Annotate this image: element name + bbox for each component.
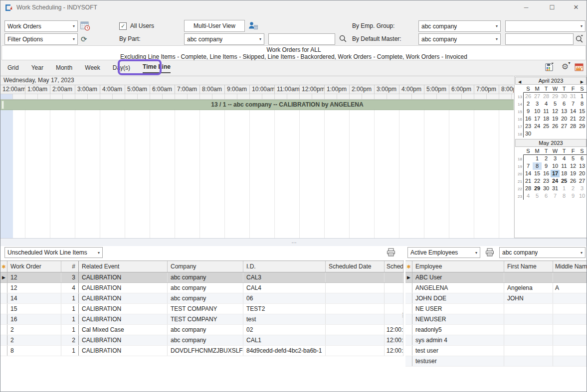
table-row[interactable]: 161CALIBRATIONTEST COMPANYtest	[0, 314, 404, 325]
calendar-day[interactable]: 13	[560, 108, 569, 115]
calendar-day[interactable]: 29	[533, 185, 542, 192]
calendar-day[interactable]: 30	[542, 185, 551, 192]
calendar-day[interactable]: 20	[560, 115, 569, 123]
calendar-day[interactable]: 28	[542, 93, 551, 100]
tab-year[interactable]: Year	[31, 64, 43, 72]
table-row[interactable]: 22CALIBRATIONabc companyCAL112:00:00	[0, 335, 404, 346]
column-header[interactable]: #	[61, 261, 79, 272]
column-header[interactable]: I.D.	[243, 261, 326, 272]
calendar-day[interactable]: 18	[542, 115, 551, 123]
calendar-day[interactable]: 30	[560, 93, 569, 100]
table-row[interactable]: 81CALIBRATIONDOVDLFHCNMZJBUXSLFCGNI84d9c…	[0, 346, 404, 356]
calendar-day[interactable]: 8	[533, 162, 542, 170]
emp-group-select[interactable]: abc company ▾	[418, 20, 501, 32]
table-row[interactable]: ▶ABC User	[405, 272, 587, 283]
calendar-day[interactable]: 27	[533, 93, 542, 100]
tab-time-line[interactable]: Time Line	[143, 63, 171, 73]
calendar-day[interactable]: 9	[524, 108, 533, 115]
table-row[interactable]: 141CALIBRATIONabc company06	[0, 293, 404, 304]
refresh-icon[interactable]: ⟳	[81, 33, 87, 45]
all-users-checkbox[interactable]: ✓	[119, 22, 127, 30]
calendar-day[interactable]: 25	[542, 123, 551, 130]
calendar-day[interactable]: 19	[569, 170, 578, 177]
horizontal-splitter[interactable]: …	[0, 238, 587, 246]
calendar-day[interactable]: 12	[551, 108, 560, 115]
calendar-day[interactable]: 4	[524, 192, 533, 200]
search-icon[interactable]	[339, 34, 347, 43]
calendar-day[interactable]: 7	[551, 192, 560, 200]
calendar-day[interactable]: 10	[533, 108, 542, 115]
calendar-day[interactable]: 8	[560, 192, 569, 200]
table-row[interactable]: test user	[405, 346, 587, 356]
minimize-button[interactable]: ─	[517, 0, 535, 14]
calendar-day[interactable]: 21	[569, 115, 578, 123]
table-row[interactable]: testuser	[405, 356, 587, 367]
calendar-day[interactable]: 11	[560, 162, 569, 170]
calendar-day[interactable]: 10	[551, 162, 560, 170]
maximize-button[interactable]: ☐	[543, 0, 561, 14]
settings-dropdown-icon[interactable]: ▼	[568, 61, 571, 65]
column-header[interactable]: Employee	[412, 261, 504, 272]
by-part-search-input[interactable]	[268, 33, 335, 45]
column-header[interactable]: First Name	[504, 261, 553, 272]
calendar-day[interactable]: 28	[524, 185, 533, 192]
calendar-day[interactable]: 5	[569, 155, 578, 162]
print-icon[interactable]	[485, 248, 495, 258]
work-orders-select[interactable]: Work Orders ▾	[4, 20, 78, 32]
calendar-day[interactable]: 24	[551, 177, 560, 185]
tab-month[interactable]: Month	[56, 64, 72, 72]
timeline-event-bar[interactable]: 13 / 1 -- abc company -- CALIBRATION by …	[0, 100, 514, 110]
calendar-day[interactable]: 29	[551, 93, 560, 100]
calendar-day[interactable]: 23	[542, 177, 551, 185]
table-row[interactable]: NEWUSER	[405, 314, 587, 325]
column-header[interactable]: Middle Name	[553, 261, 587, 272]
active-employees-select[interactable]: Active Employees ▾	[407, 247, 480, 258]
calendar-day[interactable]: 26	[524, 93, 533, 100]
table-row[interactable]: ANGELENAAngelenaA	[405, 283, 587, 293]
search-dropdown-icon[interactable]	[575, 34, 584, 43]
default-master-search-input[interactable]	[505, 33, 574, 45]
calendar-day[interactable]: 3	[578, 185, 587, 192]
table-row[interactable]: ▶123CALIBRATIONabc companyCAL3	[0, 272, 404, 283]
calendar-day[interactable]: 18	[560, 170, 569, 177]
calendar-prev-icon[interactable]: ◀	[518, 79, 521, 86]
employee-company-select[interactable]: abc company ▾	[499, 247, 586, 258]
table-row[interactable]: NE USER	[405, 304, 587, 314]
column-header[interactable]: Related Event	[79, 261, 168, 272]
calendar-next-icon[interactable]: ▶	[581, 79, 584, 86]
calendar-day[interactable]: 12	[569, 162, 578, 170]
calendar-day[interactable]: 4	[542, 100, 551, 108]
calendar-day[interactable]: 27	[578, 177, 587, 185]
tab-grid[interactable]: Grid	[7, 64, 19, 72]
calendar-day[interactable]: 1	[578, 93, 587, 100]
calendar-day[interactable]: 4	[560, 155, 569, 162]
calendar-day[interactable]: 17	[533, 115, 542, 123]
calendar-day[interactable]: 26	[569, 177, 578, 185]
calendar-day[interactable]: 19	[551, 115, 560, 123]
calendar-day[interactable]: 3	[533, 100, 542, 108]
multi-user-icon[interactable]	[248, 21, 258, 31]
calendar-day[interactable]: 31	[551, 185, 560, 192]
calendar-day[interactable]: 23	[524, 123, 533, 130]
calendar-day[interactable]: 6	[560, 100, 569, 108]
calendar-day[interactable]: 6	[542, 192, 551, 200]
by-part-select[interactable]: abc company ▾	[184, 33, 264, 45]
table-row[interactable]: sys admin 4	[405, 335, 587, 346]
calendar-day[interactable]: 22	[533, 177, 542, 185]
calendar-day[interactable]: 27	[560, 123, 569, 130]
calendar-day[interactable]: 15	[578, 108, 587, 115]
close-button[interactable]: ✕	[567, 0, 585, 14]
calendar-day[interactable]: 6	[578, 155, 587, 162]
calendar-day[interactable]: 1	[560, 185, 569, 192]
calendar-day[interactable]: 28	[569, 123, 578, 130]
calendar-day[interactable]: 7	[524, 162, 533, 170]
tab-week[interactable]: Week	[85, 64, 100, 72]
calendar-day[interactable]: 24	[533, 123, 542, 130]
unscheduled-items-select[interactable]: Unscheduled Work Line Items ▾	[4, 247, 103, 258]
go-to-date-calendar-icon[interactable]	[574, 62, 584, 72]
emp-group-secondary-select[interactable]: ▾	[505, 20, 586, 32]
save-icon[interactable]	[544, 62, 554, 72]
calendar-day[interactable]: 17	[551, 170, 560, 177]
table-row[interactable]: 124CALIBRATIONabc companyCAL4	[0, 283, 404, 293]
tab-day-s-[interactable]: Day(s)	[113, 64, 130, 72]
